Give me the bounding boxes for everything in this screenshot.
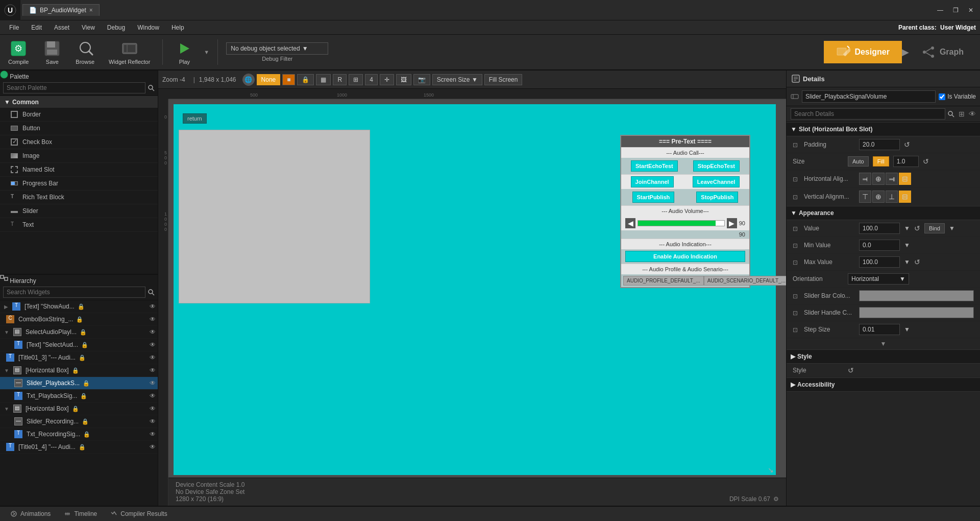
menu-file[interactable]: File: [4, 22, 24, 33]
browse-btn[interactable]: Browse: [71, 37, 99, 67]
hier-item-0[interactable]: ▶ T [Text] "ShowAud... 🔒 👁: [0, 300, 158, 313]
hier-item-6[interactable]: — Slider_PlaybackS... 🔒 👁: [0, 377, 158, 390]
eye-icon-5[interactable]: 👁: [150, 367, 156, 374]
menu-help[interactable]: Help: [166, 22, 189, 33]
graph-mode-btn[interactable]: Graph: [909, 41, 976, 63]
eye-icon-1[interactable]: 👁: [150, 316, 156, 323]
size-reset-btn[interactable]: ↺: [923, 157, 929, 165]
details-list-view-btn[interactable]: ⊞: [959, 110, 965, 118]
designer-mode-btn[interactable]: Designer: [824, 41, 901, 63]
fill-screen-btn[interactable]: Fill Screen: [484, 74, 523, 85]
appearance-section-header[interactable]: ▼ Appearance: [787, 206, 980, 220]
hier-item-9[interactable]: — Slider_Recording... 🔒 👁: [0, 415, 158, 428]
hier-item-7[interactable]: T Txt_PlaybackSig... 🔒 👁: [0, 390, 158, 402]
size-value-input[interactable]: [893, 156, 919, 167]
max-value-input[interactable]: [859, 256, 900, 268]
halign-center-btn[interactable]: ⊕: [872, 173, 885, 185]
hier-item-5[interactable]: ▼ ▤ [Horizontal Box] 🔒 👁: [0, 364, 158, 377]
hier-item-11[interactable]: T [Title01_4] "--- Audi... 🔒 👁: [0, 441, 158, 454]
animations-tab[interactable]: Animations: [4, 508, 57, 519]
none-btn[interactable]: None: [257, 74, 281, 85]
eye-icon-4[interactable]: 👁: [150, 354, 156, 361]
stop-echo-btn[interactable]: StopEchoTest: [693, 160, 740, 172]
eye-icon-7[interactable]: 👁: [150, 392, 156, 399]
max-dropdown-arrow[interactable]: ▼: [904, 258, 910, 266]
style-reset-btn[interactable]: ↺: [848, 366, 854, 374]
size-auto-btn[interactable]: Auto: [848, 156, 869, 167]
min-dropdown-arrow[interactable]: ▼: [904, 242, 910, 249]
palette-item-button[interactable]: Button: [0, 122, 158, 135]
palette-item-text[interactable]: T Text: [0, 218, 158, 232]
accessibility-section-header[interactable]: ▶ Accessibility: [787, 377, 980, 392]
is-variable-check[interactable]: Is Variable: [939, 93, 976, 100]
halign-fill-btn[interactable]: ⊟: [899, 173, 911, 185]
slider-handle-color-swatch[interactable]: [859, 307, 974, 318]
number-4-btn[interactable]: 4: [365, 74, 378, 85]
slider-right-btn[interactable]: ▶: [727, 218, 737, 228]
lock-canvas-btn[interactable]: 🔒: [297, 74, 314, 85]
valign-fill-btn[interactable]: ⊟: [899, 191, 911, 203]
size-fill-btn[interactable]: Fill: [873, 156, 889, 167]
stop-publish-btn[interactable]: StopPublish: [696, 192, 738, 203]
hier-item-3[interactable]: T [Text] "SelectAud... 🔒 👁: [0, 339, 158, 351]
slider-bar-color-swatch[interactable]: [859, 290, 974, 301]
widget-reflector-btn[interactable]: Widget Reflector: [105, 37, 154, 67]
eye-icon-0[interactable]: 👁: [150, 303, 156, 310]
play-btn[interactable]: Play: [171, 37, 198, 67]
move-btn[interactable]: ✛: [380, 74, 394, 85]
tab-close-btn[interactable]: ×: [89, 7, 93, 14]
min-value-input[interactable]: [859, 240, 900, 251]
halign-left-btn[interactable]: ⫤: [859, 173, 871, 185]
letter-r-btn[interactable]: R: [333, 74, 347, 85]
value-input[interactable]: [859, 223, 900, 234]
style-section-header[interactable]: ▶ Style: [787, 349, 980, 364]
slider-left-btn[interactable]: ◀: [625, 218, 635, 228]
palette-search-input[interactable]: [3, 82, 145, 93]
eye-icon-2[interactable]: 👁: [150, 328, 156, 336]
eye-icon-6[interactable]: 👁: [150, 380, 156, 387]
details-scroll-down[interactable]: ▼: [787, 338, 980, 349]
max-reset-btn[interactable]: ↺: [914, 258, 920, 266]
menu-edit[interactable]: Edit: [26, 22, 47, 33]
hier-item-2[interactable]: ▼ ▤ SelectAudioPlayl... 🔒 👁: [0, 326, 158, 339]
camera-btn[interactable]: 📷: [413, 74, 430, 85]
eye-icon-8[interactable]: 👁: [150, 405, 156, 412]
menu-asset[interactable]: Asset: [49, 22, 75, 33]
hier-item-1[interactable]: C ComboBoxString_... 🔒 👁: [0, 313, 158, 326]
profile-default-btn[interactable]: AUDIO_PROFILE_DEFAULT_...: [623, 276, 704, 286]
eye-icon-10[interactable]: 👁: [150, 431, 156, 438]
hier-item-10[interactable]: T Txt_RecordingSig... 🔒 👁: [0, 428, 158, 441]
hier-item-8[interactable]: ▼ ▤ [Horizontal Box] 🔒 👁: [0, 402, 158, 415]
value-dropdown-arrow[interactable]: ▼: [904, 225, 910, 232]
canvas-background[interactable]: return === Pre-Text ==== --- Audio Call-…: [168, 99, 786, 506]
widget-name-input[interactable]: [802, 90, 936, 103]
compile-btn[interactable]: ⚙ Compile: [4, 37, 33, 67]
valign-center-btn[interactable]: ⊕: [872, 191, 885, 203]
return-tag[interactable]: return: [183, 113, 207, 124]
palette-item-richtextblock[interactable]: T Rich Text Block: [0, 191, 158, 204]
valign-bottom-btn[interactable]: ⊥: [886, 191, 898, 203]
padding-input[interactable]: [859, 139, 900, 150]
minimize-btn[interactable]: —: [933, 3, 947, 17]
close-btn[interactable]: ✕: [964, 3, 978, 17]
details-search-input[interactable]: [791, 108, 945, 120]
start-echo-btn[interactable]: StartEchoTest: [631, 160, 678, 172]
palette-item-slider[interactable]: Slider: [0, 204, 158, 218]
play-dropdown-arrow[interactable]: ▼: [204, 49, 209, 55]
grid-btn-1[interactable]: ■: [282, 74, 295, 85]
slot-section-header[interactable]: ▼ Slot (Horizontal Box Slot): [787, 122, 980, 136]
maximize-btn[interactable]: ❐: [948, 3, 963, 17]
value-bind-btn[interactable]: Bind: [924, 223, 945, 233]
palette-item-namedslot[interactable]: Named Slot: [0, 163, 158, 177]
hierarchy-search-input[interactable]: [3, 287, 145, 298]
tab-bp-audiowidget[interactable]: 📄 BP_AudioWidget ×: [22, 4, 100, 16]
grid-btn-2[interactable]: ▦: [316, 74, 331, 85]
menu-view[interactable]: View: [77, 22, 100, 33]
menu-debug[interactable]: Debug: [102, 22, 130, 33]
scenario-default-btn[interactable]: AUDIO_SCENARIO_DEFAULT_...: [704, 276, 786, 286]
save-btn[interactable]: Save: [39, 37, 65, 67]
eye-icon-9[interactable]: 👁: [150, 418, 156, 425]
step-dropdown-arrow[interactable]: ▼: [904, 326, 910, 333]
slider-track[interactable]: [638, 220, 725, 226]
screen-size-btn[interactable]: Screen Size ▼: [432, 74, 482, 85]
